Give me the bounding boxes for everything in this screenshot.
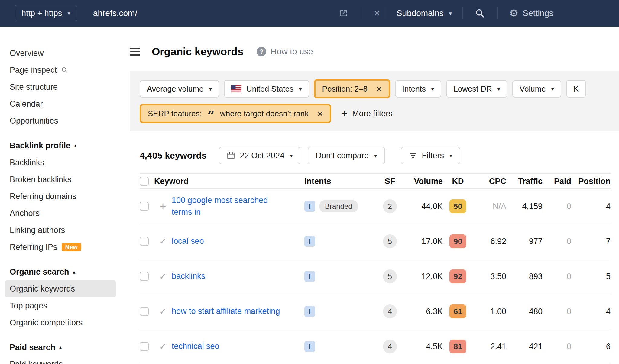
keyword-link[interactable]: how to start affiliate marketing (172, 307, 280, 316)
column-header-position[interactable]: Position (578, 177, 611, 186)
sidebar-item-organic-competitors[interactable]: Organic competitors (5, 314, 116, 331)
question-icon: ? (257, 47, 266, 56)
filter-chip-country[interactable]: United States ▾ (224, 80, 309, 98)
more-filters-button[interactable]: + More filters (341, 108, 393, 119)
check-icon[interactable]: ✓ (159, 272, 167, 281)
cpc-value: 3.50 (490, 272, 506, 281)
chevron-down-icon: ▾ (290, 152, 293, 159)
date-label: 22 Oct 2024 (240, 151, 284, 160)
keyword-link[interactable]: technical seo (172, 342, 219, 351)
filter-chip-position[interactable]: Position: 2–8 × (314, 79, 390, 98)
filter-chip-average-volume[interactable]: Average volume ▾ (140, 80, 219, 98)
search-button[interactable] (468, 8, 492, 18)
position-value: 4 (606, 202, 611, 211)
close-icon[interactable]: × (317, 108, 323, 119)
filter-chip-label: SERP features: (148, 109, 202, 118)
sidebar-item-label: Overview (10, 49, 44, 58)
sidebar-item-label: Site structure (10, 82, 58, 92)
serp-features-count: 5 (383, 269, 397, 283)
keyword-link[interactable]: backlinks (172, 272, 205, 281)
column-header-volume[interactable]: Volume (414, 177, 443, 186)
sidebar-group-organic-search[interactable]: Organic search ▴ (0, 263, 121, 280)
row-checkbox[interactable] (140, 342, 149, 351)
sidebar-item-referring-domains[interactable]: Referring domains (5, 188, 116, 205)
check-icon[interactable]: ✓ (159, 307, 167, 316)
sidebar-item-broken-backlinks[interactable]: Broken backlinks (5, 171, 116, 188)
sidebar-item-anchors[interactable]: Anchors (5, 205, 116, 222)
filter-chip-label: K (573, 84, 578, 94)
paid-value: 0 (567, 272, 571, 281)
keywords-table: Keyword Intents SF Volume KD CPC Traffic… (140, 173, 611, 364)
row-checkbox[interactable] (140, 237, 149, 246)
volume-value: 12.0K (421, 272, 443, 281)
sidebar-item-label: Anchors (10, 209, 40, 218)
column-header-intents[interactable]: Intents (301, 177, 376, 186)
sidebar-item-organic-keywords[interactable]: Organic keywords (5, 280, 116, 297)
paid-value: 0 (567, 307, 571, 316)
filter-chip-volume[interactable]: Volume ▾ (512, 80, 561, 98)
chevron-up-icon: ▴ (73, 269, 76, 275)
menu-button[interactable] (130, 47, 140, 57)
sidebar-item-paid-keywords[interactable]: Paid keywords (5, 356, 116, 364)
column-header-cpc[interactable]: CPC (489, 177, 506, 186)
sidebar-item-referring-ips[interactable]: Referring IPs New (5, 239, 116, 256)
sidebar-item-calendar[interactable]: Calendar (5, 95, 116, 112)
column-header-paid[interactable]: Paid (554, 177, 571, 186)
page-title: Organic keywords (152, 46, 243, 58)
settings-button[interactable]: ⚙ Settings (509, 8, 553, 18)
sidebar-item-backlinks[interactable]: Backlinks (5, 154, 116, 171)
row-checkbox[interactable] (140, 272, 149, 281)
sidebar-item-top-pages[interactable]: Top pages (5, 297, 116, 314)
how-to-use-label: How to use (271, 47, 313, 56)
position-value: 6 (606, 342, 611, 351)
topbar: http + https ▾ ahrefs.com/ × Subdomains … (0, 0, 619, 27)
check-icon[interactable]: ✓ (159, 342, 167, 351)
us-flag-icon (231, 85, 241, 92)
sidebar-item-label: Linking authors (10, 226, 65, 235)
volume-value: 4.5K (426, 342, 443, 351)
clear-url-button[interactable]: × (374, 8, 380, 19)
date-picker-button[interactable]: 22 Oct 2024 ▾ (219, 147, 301, 164)
protocol-dropdown[interactable]: http + https ▾ (15, 5, 77, 21)
filter-chip-clipped[interactable]: K (566, 80, 586, 98)
sidebar-item-label: Paid keywords (10, 360, 63, 364)
column-header-kd[interactable]: KD (452, 177, 464, 186)
sidebar-item-site-structure[interactable]: Site structure (5, 79, 116, 95)
filter-chip-lowest-dr[interactable]: Lowest DR ▾ (446, 80, 507, 98)
table-row: ✓ backlinks I 5 12.0K 92 3.50 893 0 5 (140, 259, 611, 294)
row-checkbox[interactable] (140, 202, 149, 211)
keyword-link[interactable]: 100 google most searched terms in (172, 195, 287, 218)
target-url-input[interactable]: ahrefs.com/ × (93, 7, 380, 19)
keyword-link[interactable]: local seo (172, 237, 204, 246)
open-in-new-tab-icon[interactable] (339, 9, 348, 18)
how-to-use-button[interactable]: ? How to use (257, 47, 313, 56)
expand-plus-icon[interactable]: + (160, 201, 166, 212)
compare-dropdown[interactable]: Don’t compare ▾ (308, 147, 385, 164)
check-icon[interactable]: ✓ (159, 237, 167, 246)
kd-badge: 90 (449, 234, 466, 248)
close-icon[interactable]: × (376, 84, 382, 94)
sidebar-item-page-inspect[interactable]: Page inspect (5, 62, 116, 79)
sidebar: Overview Page inspect Site structure Cal… (0, 27, 121, 364)
intent-badge: I (304, 236, 315, 247)
sidebar-item-opportunities[interactable]: Opportunities (5, 112, 116, 129)
select-all-checkbox[interactable] (140, 177, 149, 186)
column-header-sf[interactable]: SF (385, 177, 395, 186)
cpc-value: 6.92 (490, 237, 506, 246)
sidebar-item-linking-authors[interactable]: Linking authors (5, 222, 116, 239)
sidebar-group-paid-search[interactable]: Paid search ▴ (0, 339, 121, 356)
position-value: 7 (606, 237, 611, 246)
filters-button[interactable]: Filters ▾ (401, 147, 460, 164)
sidebar-group-label: Backlink profile (10, 141, 70, 150)
serp-features-count: 2 (383, 199, 397, 213)
scope-dropdown[interactable]: Subdomains ▾ (392, 8, 457, 18)
filter-chip-intents[interactable]: Intents ▾ (395, 80, 442, 98)
traffic-value: 421 (529, 342, 543, 351)
sidebar-item-overview[interactable]: Overview (5, 45, 116, 62)
volume-value: 17.0K (421, 237, 443, 246)
filter-chip-serp-features[interactable]: SERP features: ” where target doesn’t ra… (140, 104, 331, 123)
column-header-traffic[interactable]: Traffic (518, 177, 543, 186)
row-checkbox[interactable] (140, 307, 149, 316)
sidebar-group-backlink-profile[interactable]: Backlink profile ▴ (0, 137, 121, 154)
column-header-keyword[interactable]: Keyword (154, 177, 301, 186)
